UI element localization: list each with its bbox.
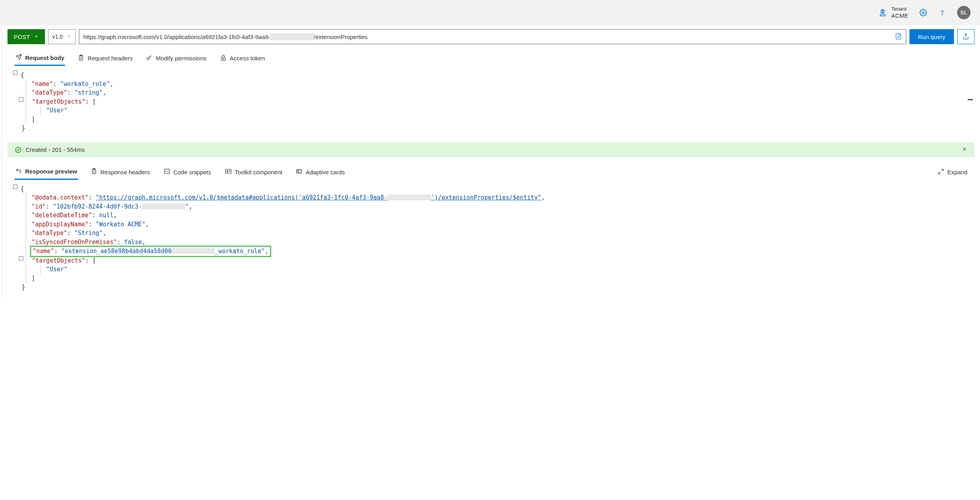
- code-icon: [164, 168, 170, 176]
- svg-rect-11: [164, 169, 170, 174]
- clipboard-icon: [91, 168, 97, 176]
- undo-icon: [15, 168, 22, 175]
- settings-gear-icon[interactable]: [919, 9, 927, 17]
- tenant-switcher[interactable]: Tenant ACME: [879, 6, 908, 19]
- tab-request-headers[interactable]: Request headers: [77, 50, 133, 66]
- fold-box-icon[interactable]: [13, 185, 17, 189]
- json-key: "name": [33, 248, 54, 255]
- collapse-icon[interactable]: —: [968, 93, 973, 106]
- redacted-segment: [171, 248, 215, 254]
- svg-point-13: [227, 170, 228, 172]
- json-value: "extension_ae58e98b4abd4da58d00: [61, 248, 171, 255]
- json-key: "dataType": [32, 89, 67, 96]
- api-version-label: v1.0: [52, 34, 63, 40]
- fold-box-icon[interactable]: [19, 97, 23, 102]
- tab-label: Adaptive cards: [306, 169, 345, 175]
- tenant-globe-icon: [879, 9, 887, 17]
- json-value: false: [124, 239, 142, 246]
- response-tabs: Response preview Response headers Code s…: [2, 157, 980, 180]
- clipboard-icon: [78, 54, 84, 62]
- card-icon: [296, 168, 302, 176]
- person-card-icon: [225, 168, 232, 176]
- svg-point-1: [922, 12, 924, 14]
- json-value: "string": [74, 89, 102, 96]
- url-suffix: /extensionProperties: [314, 34, 368, 40]
- run-query-button[interactable]: Run query: [909, 29, 954, 44]
- json-key: "dataType": [32, 229, 67, 237]
- svg-rect-15: [298, 170, 299, 172]
- tab-label: Toolkit component: [235, 169, 283, 175]
- tab-label: Request body: [25, 54, 64, 61]
- json-value: ": [185, 203, 189, 210]
- tab-response-preview[interactable]: Response preview: [15, 164, 78, 180]
- json-key: "@odata.context": [32, 194, 89, 201]
- redacted-segment: [142, 203, 185, 209]
- json-key: "isSyncedFromOnPremises": [32, 239, 117, 246]
- query-url-input[interactable]: https://graph.microsoft.com/v1.0/applica…: [79, 29, 906, 44]
- tab-label: Access token: [230, 55, 265, 62]
- json-value: "User": [46, 107, 67, 114]
- svg-point-7: [223, 58, 224, 59]
- json-value: "User": [46, 266, 67, 273]
- json-key: "deletedDateTime": [32, 212, 92, 219]
- tab-label: Code snippets: [173, 169, 211, 175]
- response-body-viewer[interactable]: { "@odata.context": "https://graph.micro…: [2, 180, 980, 299]
- tab-modify-permissions[interactable]: Modify permissions: [145, 50, 207, 66]
- check-circle-icon: [15, 146, 22, 153]
- json-key: "name": [32, 80, 53, 88]
- share-button[interactable]: [957, 29, 974, 44]
- expand-button[interactable]: Expand: [938, 164, 967, 180]
- send-icon: [15, 54, 22, 62]
- fold-box-icon[interactable]: [13, 71, 17, 75]
- request-tabs: Request body Request headers Modify perm…: [2, 47, 980, 66]
- avatar[interactable]: BL: [957, 6, 971, 19]
- json-key: "targetObjects": [32, 97, 85, 106]
- http-method-select[interactable]: POST: [7, 29, 45, 44]
- json-key: "id": [32, 203, 46, 210]
- json-value: "Workato ACME": [96, 221, 145, 228]
- api-version-select[interactable]: v1.0: [48, 29, 76, 44]
- expand-icon: [938, 168, 944, 176]
- top-header: Tenant ACME BL: [0, 0, 980, 25]
- close-icon[interactable]: [961, 146, 967, 153]
- http-method-label: POST: [14, 34, 30, 40]
- svg-point-5: [147, 57, 149, 60]
- chevron-down-icon: [34, 34, 39, 40]
- json-value: "workato_role": [60, 80, 110, 88]
- expand-label: Expand: [947, 169, 967, 175]
- json-key: "targetObjects": [32, 256, 85, 265]
- request-body-editor[interactable]: — { "name": "workato_role", "dataType": …: [2, 66, 980, 140]
- documentation-icon[interactable]: [895, 33, 902, 41]
- status-bar: Created - 201 - 554ms: [7, 142, 974, 157]
- tenant-label: Tenant: [891, 6, 908, 12]
- tab-request-body[interactable]: Request body: [15, 50, 65, 66]
- tab-toolkit-component[interactable]: Toolkit component: [224, 164, 283, 180]
- json-value: "102bfb92-8244-4d0f-9dc3-: [53, 203, 142, 210]
- tab-adaptive-cards[interactable]: Adaptive cards: [295, 164, 345, 180]
- fold-box-icon[interactable]: [19, 256, 23, 261]
- tenant-name: ACME: [891, 12, 908, 19]
- tab-access-token[interactable]: Access token: [219, 50, 266, 66]
- tab-response-headers[interactable]: Response headers: [90, 164, 151, 180]
- svg-point-2: [942, 14, 942, 15]
- tab-label: Request headers: [88, 55, 132, 62]
- key-icon: [146, 54, 153, 62]
- svg-rect-12: [225, 170, 231, 174]
- status-text: Created - 201 - 554ms: [26, 146, 85, 153]
- chevron-down-icon: [67, 34, 71, 40]
- json-value: null: [99, 212, 114, 219]
- highlighted-line: "name": "extension_ae58e98b4abd4da58d00_…: [30, 246, 271, 257]
- tab-code-snippets[interactable]: Code snippets: [163, 164, 212, 180]
- help-icon[interactable]: [938, 9, 946, 17]
- json-value: "https://graph.microsoft.com/v1.0/$metad…: [96, 194, 388, 201]
- tab-label: Response headers: [101, 169, 150, 175]
- json-value: _workato_role": [215, 248, 265, 255]
- json-value: ')/extensionProperties/$entity": [431, 194, 541, 201]
- json-value: "String": [74, 229, 102, 237]
- lock-icon: [220, 54, 227, 62]
- tab-label: Response preview: [25, 168, 77, 175]
- redacted-segment: [270, 33, 314, 40]
- tab-label: Modify permissions: [156, 55, 206, 62]
- redacted-segment: [388, 194, 431, 200]
- query-bar: POST v1.0 https://graph.microsoft.com/v1…: [2, 25, 980, 47]
